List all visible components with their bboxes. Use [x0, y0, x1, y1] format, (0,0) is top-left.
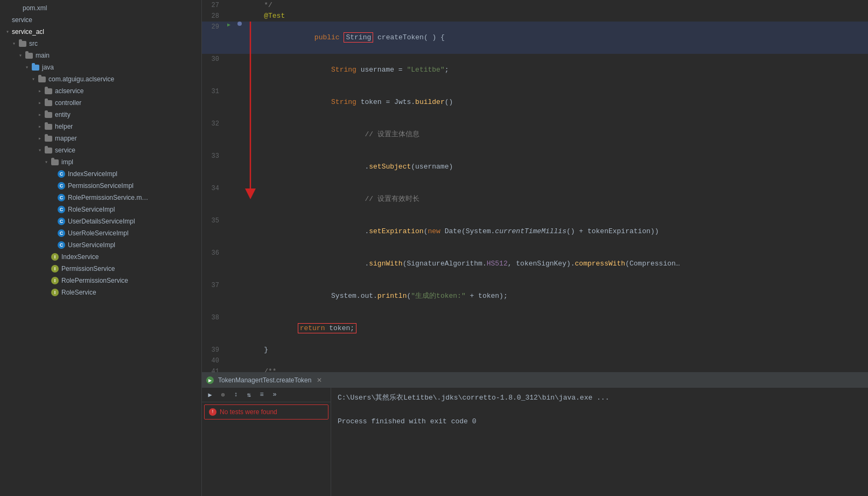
- code-line-39: 39 }: [202, 345, 868, 355]
- sidebar-item-index-service[interactable]: I IndexService: [0, 251, 201, 263]
- line-num-39: 39: [202, 345, 223, 355]
- sidebar-item-pom[interactable]: pom.xml: [0, 2, 201, 14]
- code-line-29: 29 ▶ public String createToken( ) {: [202, 22, 868, 54]
- sidebar-label-com-atguigu: com.atguigu.aclservice: [48, 75, 114, 83]
- code-line-40: 40: [202, 355, 868, 366]
- line-num-33: 33: [202, 151, 223, 162]
- code-33: .setSubject(username): [245, 151, 868, 183]
- code-line-35: 35 .setExpiration(new Date(System.curren…: [202, 215, 868, 248]
- arrow-entity: [37, 111, 43, 118]
- sidebar-item-service[interactable]: service: [0, 14, 201, 26]
- sidebar-item-user-service-impl[interactable]: C UserServiceImpl: [0, 239, 201, 251]
- code-editor[interactable]: 27 */ 28 @Test 29 ▶: [202, 0, 868, 372]
- test-toolbar: ▶ ⊗ ↕ ⇅ ≡ »: [202, 388, 331, 402]
- code-29: public String createToken( ) {: [245, 22, 868, 54]
- icon-index-service-impl: C: [57, 170, 66, 178]
- folder-icon-mapper: [44, 134, 53, 143]
- icon-role-permission-service: I: [51, 276, 59, 285]
- line-num-40: 40: [202, 355, 223, 366]
- sidebar-label-index-service-impl: IndexServiceImpl: [68, 170, 117, 178]
- sidebar-item-java[interactable]: java: [0, 61, 201, 73]
- code-line-41: 41 /**: [202, 366, 868, 372]
- code-34: // 设置有效时长: [245, 183, 868, 215]
- sidebar-item-service-folder[interactable]: service: [0, 144, 201, 156]
- folder-icon-service-folder: [44, 146, 53, 155]
- icon-user-details-service-impl: C: [57, 217, 66, 226]
- sidebar-item-permission-service-impl[interactable]: C PermissionServiceImpl: [0, 180, 201, 192]
- bottom-panel: ▶ TokenManagertTest.createToken ✕ ▶ ⊗ ↕ …: [202, 372, 868, 496]
- sidebar-label-helper: helper: [55, 123, 73, 130]
- sidebar-item-role-service-impl[interactable]: C RoleServiceImpl: [0, 204, 201, 215]
- panel-body: ▶ ⊗ ↕ ⇅ ≡ » ! No tests were found: [202, 388, 868, 496]
- sidebar-item-controller[interactable]: controller: [0, 97, 201, 109]
- line-num-36: 36: [202, 248, 223, 259]
- toolbar-play-btn[interactable]: ▶: [205, 390, 215, 400]
- folder-icon-entity: [44, 110, 53, 119]
- sidebar-label-role-service-impl: RoleServiceImpl: [68, 206, 115, 213]
- line-num-31: 31: [202, 86, 223, 97]
- sidebar-item-main[interactable]: main: [0, 50, 201, 61]
- sidebar-item-user-role-service-impl[interactable]: C UserRoleServiceImpl: [0, 227, 201, 239]
- code-35: .setExpiration(new Date(System.currentTi…: [245, 215, 868, 248]
- panel-close-button[interactable]: ✕: [316, 376, 323, 384]
- arrow-controller: [37, 100, 43, 106]
- sidebar-item-aclservice[interactable]: aclservice: [0, 85, 201, 97]
- sidebar-item-index-service-impl[interactable]: C IndexServiceImpl: [0, 168, 201, 180]
- sidebar-label-role-service: RoleService: [61, 289, 96, 296]
- folder-icon-java: [31, 63, 40, 72]
- code-wrapper: 27 */ 28 @Test 29 ▶: [202, 0, 868, 372]
- sidebar-item-com-atguigu[interactable]: com.atguigu.aclservice: [0, 73, 201, 85]
- line-num-41: 41: [202, 366, 223, 372]
- toolbar-stop-btn[interactable]: ⊗: [218, 390, 228, 400]
- folder-icon-src: [18, 39, 27, 48]
- toolbar-rerun-btn[interactable]: ↕: [231, 390, 241, 400]
- sidebar-item-entity[interactable]: entity: [0, 109, 201, 121]
- sidebar-label-impl: impl: [61, 158, 73, 166]
- code-line-33: 33 .setSubject(username): [202, 151, 868, 183]
- sidebar-item-role-permission-service-impl[interactable]: C RolePermissionService.m…: [0, 192, 201, 204]
- folder-icon-aclservice: [44, 87, 53, 95]
- icon-role-service: I: [51, 288, 59, 297]
- line-num-30: 30: [202, 54, 223, 65]
- panel-tab-label[interactable]: TokenManagertTest.createToken: [218, 376, 311, 384]
- toolbar-filter-btn[interactable]: ≡: [257, 390, 267, 400]
- code-line-27: 27 */: [202, 0, 868, 11]
- panel-run-icon: ▶: [206, 376, 214, 384]
- line-num-37: 37: [202, 280, 223, 291]
- code-line-28: 28 @Test: [202, 11, 868, 22]
- sidebar-label-service-folder: service: [55, 146, 75, 154]
- arrow-service-folder: [37, 147, 43, 153]
- code-30: String username = "Letitbe";: [245, 54, 868, 86]
- gutter1-29[interactable]: ▶: [223, 22, 234, 28]
- icon-user-role-service-impl: C: [57, 229, 66, 237]
- code-line-32: 32 // 设置主体信息: [202, 118, 868, 151]
- sidebar-item-helper[interactable]: helper: [0, 121, 201, 132]
- sidebar-label-role-permission-service: RolePermissionService: [61, 277, 128, 284]
- no-tests-item[interactable]: ! No tests were found: [204, 404, 328, 420]
- toolbar-sort-btn[interactable]: ⇅: [244, 390, 254, 400]
- sidebar-item-src[interactable]: src: [0, 38, 201, 50]
- code-36: .signWith(SignatureAlgorithm.HS512, toke…: [245, 248, 868, 280]
- sidebar-label-java: java: [42, 64, 54, 71]
- sidebar-label-user-details-service-impl: UserDetailsServiceImpl: [68, 218, 135, 225]
- sidebar-item-mapper[interactable]: mapper: [0, 132, 201, 144]
- sidebar-item-service-acl[interactable]: service_acl: [0, 26, 201, 38]
- sidebar-label-service-acl: service_acl: [12, 28, 44, 36]
- folder-icon-helper: [44, 122, 53, 131]
- sidebar-item-permission-service[interactable]: I PermissionService: [0, 263, 201, 275]
- code-39: }: [245, 345, 868, 355]
- line-num-32: 32: [202, 118, 223, 129]
- code-line-38: 38 return token;: [202, 312, 868, 345]
- sidebar-label-service: service: [12, 16, 32, 24]
- sidebar-label-role-permission-service-impl: RolePermissionService.m…: [68, 194, 148, 201]
- folder-icon-impl: [51, 158, 59, 166]
- sidebar-item-impl[interactable]: impl: [0, 156, 201, 168]
- no-tests-label: No tests were found: [220, 408, 277, 416]
- line-num-35: 35: [202, 215, 223, 226]
- sidebar-item-user-details-service-impl[interactable]: C UserDetailsServiceImpl: [0, 215, 201, 227]
- sidebar-label-user-service-impl: UserServiceImpl: [68, 241, 115, 249]
- sidebar-item-role-permission-service[interactable]: I RolePermissionService: [0, 275, 201, 287]
- toolbar-more-btn[interactable]: »: [270, 390, 279, 400]
- arrow-helper: [37, 123, 43, 130]
- sidebar-item-role-service[interactable]: I RoleService: [0, 287, 201, 298]
